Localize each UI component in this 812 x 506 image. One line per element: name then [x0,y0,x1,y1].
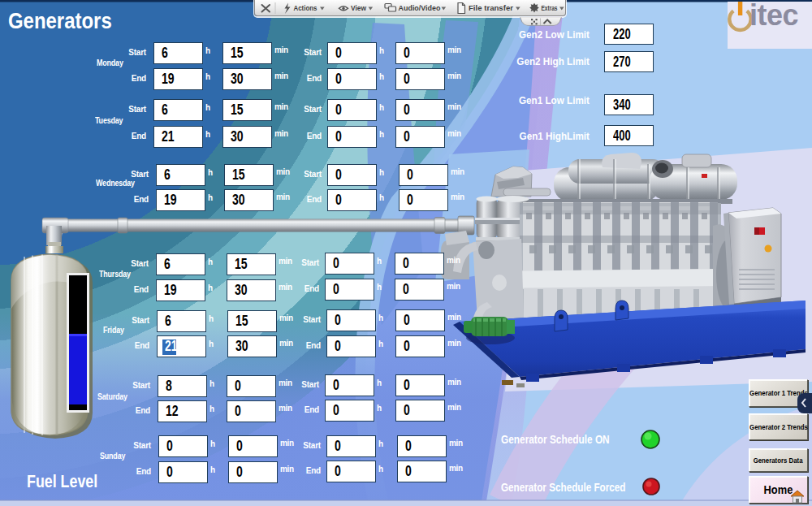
svg-text:itec: itec [749,2,798,32]
svg-text:Actions: Actions [294,3,317,12]
svg-text:Audio/Video: Audio/Video [399,3,441,12]
svg-text:File transfer: File transfer [469,3,513,12]
svg-text:View: View [351,3,367,12]
svg-text:Extras: Extras [542,3,558,12]
